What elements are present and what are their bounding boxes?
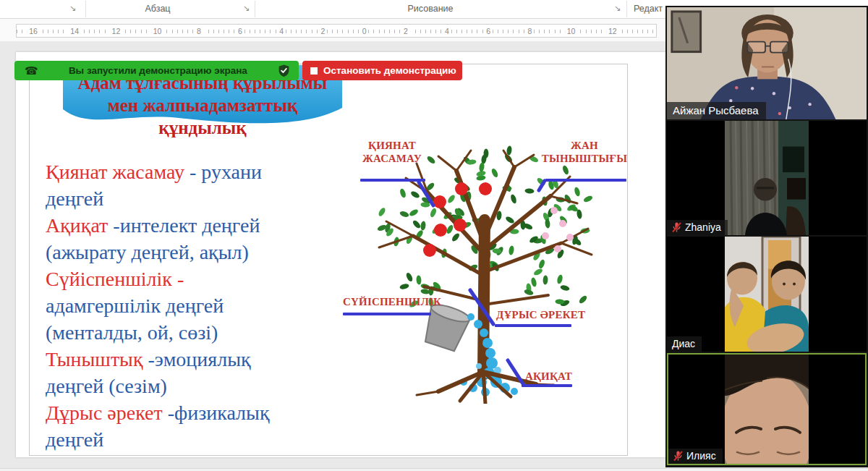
- slide-image: Адам тұлғасының құрылымы мен жалпыадамза…: [29, 64, 628, 456]
- muted-mic-icon: [672, 222, 681, 233]
- underline: [360, 179, 425, 182]
- participant-name: Илияс: [686, 450, 716, 462]
- screen: Абзац Рисование Редакт ↘ ↘ ↘ 16141210864…: [0, 0, 868, 471]
- underline: [545, 179, 626, 182]
- ruler-number: 10: [151, 26, 164, 36]
- status-bar-edge: [0, 468, 868, 471]
- dialog-launcher-icon[interactable]: ↘: [243, 4, 250, 13]
- group-separator: [85, 1, 86, 17]
- ribbon-group-drawing: Рисование: [408, 4, 454, 14]
- bucket: [420, 302, 472, 353]
- ribbon-group-editing: Редакт: [634, 4, 663, 14]
- participant-name-tag: Диас: [667, 336, 702, 352]
- tree-label-durys-areket: ДҰРЫС ӘРЕКЕТ: [496, 308, 585, 321]
- stop-icon: [310, 67, 318, 75]
- participant-tile-zhaniya[interactable]: Zhaniya: [667, 121, 867, 235]
- ruler-number: 16: [27, 26, 40, 36]
- ruler-number: 2: [318, 26, 327, 36]
- ruler-number: 2: [401, 26, 410, 36]
- participant-video: [725, 121, 809, 235]
- participant-name: Диас: [672, 338, 695, 349]
- stop-share-button[interactable]: Остановить демонстрацию: [302, 61, 462, 80]
- ruler-number: 8: [195, 26, 203, 36]
- ruler-number: 6: [236, 26, 244, 36]
- ruler-number: 12: [606, 26, 619, 36]
- participant-name-tag: Айжан Рысбаева: [667, 102, 766, 119]
- underline: [495, 324, 571, 327]
- slide-body-line: Сүйіспеншілік -: [46, 266, 364, 292]
- slide-body-line: адамгершілік деңгей: [46, 292, 364, 319]
- slide-body-line: деңгей (сезім): [46, 373, 364, 399]
- participant-video: [725, 355, 809, 464]
- slide-body-line: деңгей: [46, 426, 364, 453]
- tree-label-akikat: АҚИҚАТ: [525, 370, 572, 383]
- stop-share-label: Остановить демонстрацию: [323, 65, 456, 76]
- participant-tile-aizhan[interactable]: Айжан Рысбаева: [667, 7, 867, 119]
- security-shield-icon[interactable]: [278, 64, 290, 77]
- slide-body-line: Тыныштық -эмоциялық: [46, 346, 364, 373]
- muted-mic-icon: [673, 451, 683, 462]
- dialog-launcher-icon[interactable]: ↘: [69, 4, 76, 13]
- ruler-number: 14: [68, 26, 81, 36]
- ruler-number: 6: [484, 26, 493, 36]
- slide-body-line: Қиянат жасамау - рухани: [46, 158, 364, 185]
- slide-title: Адам тұлғасының құрылымы мен жалпыадамза…: [56, 72, 349, 139]
- dialog-launcher-icon[interactable]: ↘: [614, 4, 621, 13]
- slide-body-line: деңгей: [46, 185, 364, 212]
- share-message: Вы запустили демонстрацию экрана: [38, 65, 278, 76]
- tree-label-zhan: ЖАНТЫНЫШТЫҒЫ: [541, 139, 628, 165]
- participant-name: Zhaniya: [685, 221, 721, 233]
- participant-tile-iliyas[interactable]: Илияс: [667, 353, 867, 465]
- underline: [343, 313, 431, 315]
- slide-body-line: Ақиқат -интелект деңгей: [46, 212, 364, 239]
- group-separator: [255, 1, 255, 17]
- participant-name-tag: Zhaniya: [667, 220, 728, 235]
- participant-tile-dias[interactable]: Диас: [667, 237, 867, 352]
- ruler-number: 4: [443, 26, 451, 36]
- group-separator: [626, 1, 627, 17]
- slide-body-text: Қиянат жасамау - руханидеңгейАқиқат -инт…: [46, 158, 364, 453]
- phone-icon: ☎: [25, 65, 38, 76]
- ruler-number: 4: [277, 26, 286, 36]
- ruler-number: 12: [110, 26, 123, 36]
- screen-share-banner: ☎ Вы запустили демонстрацию экрана: [14, 61, 299, 80]
- ruler-number: 10: [565, 26, 578, 36]
- ruler-number: 8: [525, 26, 534, 36]
- tree-illustration: [337, 135, 628, 404]
- values-tree-diagram: ҚИЯНАТЖАСАМАУ ЖАНТЫНЫШТЫҒЫ СҮЙІСПЕНШІЛІК…: [337, 135, 628, 404]
- slide-body-line: (менталды, ой, сөзі): [46, 319, 364, 346]
- document-page: Адам тұлғасының құрылымы мен жалпыадамза…: [16, 52, 665, 457]
- slide-body-line: Дұрыс әрекет -физикалық: [46, 399, 364, 426]
- participant-name: Айжан Рысбаева: [673, 104, 759, 116]
- horizontal-ruler[interactable]: 161412108642024681012: [16, 24, 657, 38]
- tree-label-suyispenshilik: СҮЙІСПЕНШІЛІК: [343, 295, 441, 308]
- participant-video: [725, 237, 809, 352]
- slide-body-line: (ажырату деңгей, ақыл): [46, 239, 364, 266]
- participant-name-tag: Илияс: [668, 449, 723, 464]
- ruler-number: 0: [360, 26, 369, 36]
- underline: [522, 384, 572, 387]
- video-panel: Айжан Рысбаева: [665, 6, 868, 467]
- ribbon-group-paragraph: Абзац: [145, 4, 170, 14]
- tree-label-kiyanat: ҚИЯНАТЖАСАМАУ: [357, 139, 427, 165]
